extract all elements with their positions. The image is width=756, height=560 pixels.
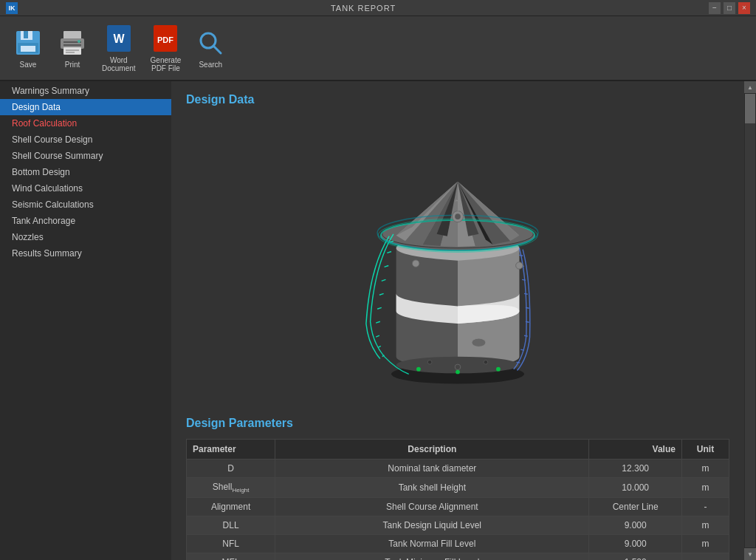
svg-line-57	[524, 293, 528, 294]
table-row: DLL Tank Design Liquid Level 9.000 m	[187, 516, 729, 535]
maximize-button[interactable]: □	[724, 2, 735, 14]
unit-mfl: m	[681, 553, 729, 560]
svg-line-47	[376, 321, 380, 323]
print-label: Print	[65, 61, 80, 69]
save-icon	[13, 28, 43, 58]
sidebar-item-nozzles[interactable]: Nozzles	[0, 229, 171, 245]
svg-point-77	[416, 367, 421, 372]
save-label: Save	[20, 61, 37, 69]
sidebar-item-design-data[interactable]: Design Data	[0, 99, 171, 115]
svg-line-43	[385, 265, 389, 267]
svg-line-54	[519, 255, 523, 256]
desc-mfl: Tank Minimum Fill Level	[275, 553, 589, 560]
val-nfl: 9.000	[589, 535, 682, 553]
svg-point-65	[427, 360, 432, 364]
unit-nfl: m	[681, 535, 729, 553]
unit-dll: m	[681, 516, 729, 535]
svg-point-63	[472, 338, 486, 346]
sidebar-item-bottom-design[interactable]: Bottom Design	[0, 164, 171, 180]
sidebar-item-wind-calculations[interactable]: Wind Calculations	[0, 180, 171, 197]
unit-d: m	[681, 460, 729, 478]
sidebar-item-warnings-summary[interactable]: Warnings Summary	[0, 83, 171, 99]
col-parameter: Parameter	[187, 440, 275, 460]
svg-point-66	[484, 360, 488, 364]
scroll-track[interactable]	[745, 94, 755, 547]
print-button[interactable]: Print	[53, 25, 92, 72]
sidebar-item-results-summary[interactable]: Results Summary	[0, 245, 171, 262]
svg-line-48	[376, 335, 379, 337]
search-label: Search	[199, 61, 222, 69]
word-icon: W	[104, 24, 134, 53]
sidebar-item-tank-anchorage[interactable]: Tank Anchorage	[0, 213, 171, 229]
unit-alignment: -	[681, 498, 729, 516]
sidebar-item-shell-course-design[interactable]: Shell Course Design	[0, 132, 171, 148]
svg-point-76	[516, 262, 523, 269]
window-title: TANK REPORT	[18, 4, 709, 13]
svg-line-56	[522, 279, 526, 280]
save-button[interactable]: Save	[9, 25, 47, 72]
app-logo: IK	[6, 2, 18, 14]
svg-rect-6	[61, 38, 84, 49]
svg-line-18	[213, 46, 221, 53]
svg-line-42	[387, 252, 391, 253]
search-icon	[196, 28, 225, 58]
svg-text:W: W	[113, 33, 125, 45]
pdf-icon: PDF	[151, 24, 180, 53]
svg-point-79	[456, 370, 460, 375]
unit-shell-height: m	[681, 478, 729, 498]
param-nfl: NFL	[187, 535, 275, 553]
sidebar-item-roof-calculation[interactable]: Roof Calculation	[0, 115, 171, 132]
svg-line-44	[382, 279, 386, 281]
sidebar-item-seismic-calculations[interactable]: Seismic Calculations	[0, 197, 171, 213]
svg-point-74	[455, 214, 461, 219]
content-inner: Design Data	[171, 81, 744, 560]
svg-line-46	[377, 307, 382, 309]
val-dll: 9.000	[589, 516, 682, 535]
svg-rect-11	[66, 52, 75, 53]
svg-point-78	[496, 367, 501, 372]
content-area: Design Data	[171, 81, 744, 560]
svg-rect-2	[24, 31, 28, 38]
scroll-thumb[interactable]	[745, 94, 755, 123]
table-row: Alignment Shell Course Alignment Center …	[187, 498, 729, 516]
table-row: ShellHeight Tank shell Height 10.000 m	[187, 478, 729, 498]
svg-point-75	[412, 260, 419, 267]
scroll-up-button[interactable]: ▲	[744, 81, 756, 93]
generate-pdf-button[interactable]: PDF Generate PDF File	[146, 21, 186, 75]
scroll-down-button[interactable]: ▼	[744, 548, 756, 560]
val-shell-height: 10.000	[589, 478, 682, 498]
svg-rect-4	[21, 46, 35, 52]
svg-rect-10	[66, 49, 79, 51]
param-dll: DLL	[187, 516, 275, 535]
search-button[interactable]: Search	[191, 25, 230, 72]
pdf-label: Generate PDF File	[151, 56, 182, 72]
svg-text:PDF: PDF	[157, 35, 173, 44]
toolbar: Save Print W Word Document	[0, 16, 756, 81]
val-mfl: 1.500	[589, 553, 682, 560]
svg-line-49	[378, 346, 381, 347]
svg-line-45	[379, 293, 384, 295]
word-document-button[interactable]: W Word Document	[97, 21, 140, 75]
table-row: D Nominal tank diameter 12.300 m	[187, 460, 729, 478]
minimize-button[interactable]: −	[709, 2, 721, 14]
scrollbar: ▲ ▼	[744, 81, 756, 560]
val-alignment: Center Line	[589, 498, 682, 516]
window-controls: − □ ×	[709, 2, 750, 14]
col-unit: Unit	[681, 440, 729, 460]
section-title: Design Data	[186, 93, 729, 106]
desc-dll: Tank Design Liquid Level	[275, 516, 589, 535]
svg-line-62	[517, 362, 520, 363]
desc-shell-height: Tank shell Height	[275, 478, 589, 498]
close-button[interactable]: ×	[738, 2, 750, 14]
word-label: Word Document	[102, 56, 136, 72]
svg-line-60	[524, 335, 528, 336]
table-row: NFL Tank Normal Fill Level 9.000 m	[187, 535, 729, 553]
param-d: D	[187, 460, 275, 478]
tank-visualization	[186, 118, 729, 399]
sidebar-item-shell-course-summary[interactable]: Shell Course Summary	[0, 148, 171, 164]
param-mfl: MFL	[187, 553, 275, 560]
col-description: Description	[275, 440, 589, 460]
svg-point-67	[455, 364, 461, 370]
parameters-title: Design Parameters	[186, 417, 729, 430]
desc-alignment: Shell Course Alignment	[275, 498, 589, 516]
